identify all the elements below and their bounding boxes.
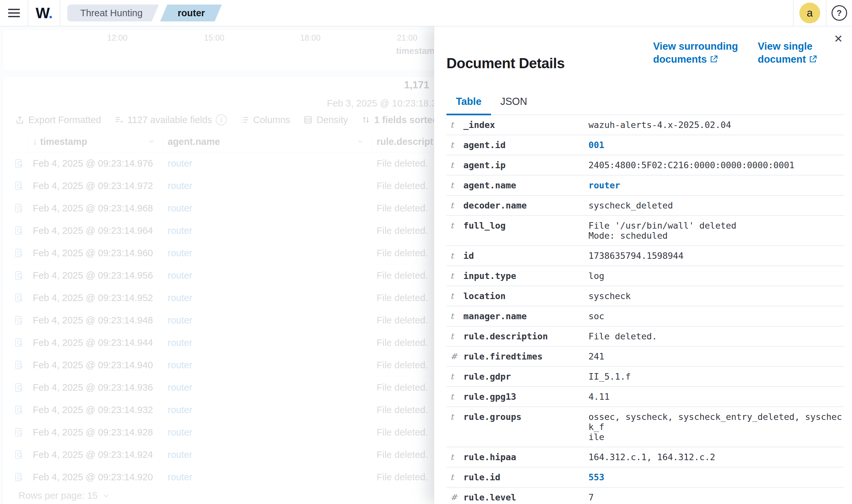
expand-document-icon[interactable] xyxy=(14,472,24,482)
row-rule-description: File deleted. xyxy=(372,219,437,241)
expand-document-icon[interactable] xyxy=(14,382,24,393)
agent-name-link[interactable]: router xyxy=(168,293,192,303)
expand-document-icon[interactable] xyxy=(14,158,24,168)
expand-document-icon[interactable] xyxy=(14,404,24,415)
axis-tick: 12:00 xyxy=(107,33,128,42)
field-value: File deleted. xyxy=(589,331,844,341)
agent-name-link[interactable]: router xyxy=(168,158,192,169)
view-single-document-link[interactable]: View single document xyxy=(758,40,836,66)
row-timestamp: Feb 4, 2025 @ 09:23:14.928 xyxy=(29,421,163,443)
density-button[interactable]: Density xyxy=(303,115,348,125)
table-row[interactable]: Feb 4, 2025 @ 09:23:14.948 router File d… xyxy=(9,309,437,331)
table-row[interactable]: Feb 4, 2025 @ 09:23:14.928 router File d… xyxy=(9,421,437,444)
table-row[interactable]: Feb 4, 2025 @ 09:23:14.972 router File d… xyxy=(9,175,437,197)
field-row: t rule.gpg13 4.11 xyxy=(447,387,844,407)
row-control-cell xyxy=(9,399,29,421)
row-timestamp: Feb 4, 2025 @ 09:23:14.924 xyxy=(29,444,163,466)
agent-name-link[interactable]: router xyxy=(168,337,192,348)
table-row[interactable]: Feb 4, 2025 @ 09:23:14.960 router File d… xyxy=(9,242,437,264)
agent-name-link[interactable]: router xyxy=(168,270,192,281)
help-button[interactable]: ? xyxy=(826,0,852,26)
breadcrumb-router[interactable]: router xyxy=(160,4,222,21)
expand-document-icon[interactable] xyxy=(14,248,24,258)
field-value[interactable]: 553 xyxy=(589,472,844,482)
table-row[interactable]: Feb 4, 2025 @ 09:23:14.964 router File d… xyxy=(9,219,437,242)
row-timestamp: Feb 4, 2025 @ 09:23:14.952 xyxy=(29,287,163,309)
table-row[interactable]: Feb 4, 2025 @ 09:23:14.944 router File d… xyxy=(9,331,437,354)
table-row[interactable]: Feb 4, 2025 @ 09:23:14.968 router File d… xyxy=(9,197,437,219)
field-value: syscheck xyxy=(589,291,844,301)
time-range: Feb 3, 2025 @ 10:23:18.380 - xyxy=(327,98,437,109)
agent-name-link[interactable]: router xyxy=(168,382,192,393)
field-row: t rule.groups ossec, syscheck, syscheck_… xyxy=(447,407,844,447)
expand-document-icon[interactable] xyxy=(14,203,24,213)
menu-button[interactable] xyxy=(0,0,28,26)
grid-header-row: ↓ timestamp agent.name rule.descript xyxy=(9,131,437,152)
field-name: agent.name xyxy=(463,180,589,190)
agent-name-link[interactable]: router xyxy=(168,449,192,460)
field-name: rule.groups xyxy=(463,412,589,422)
agent-name-link[interactable]: router xyxy=(168,181,192,191)
expand-document-icon[interactable] xyxy=(14,226,24,236)
available-fields-button[interactable]: 1127 available fields i xyxy=(114,114,227,125)
tab-table[interactable]: Table xyxy=(447,89,491,115)
agent-name-link[interactable]: router xyxy=(168,427,192,438)
row-rule-description: File deleted. xyxy=(372,197,437,219)
expand-document-icon[interactable] xyxy=(14,360,24,370)
app-logo[interactable]: W. xyxy=(28,0,60,26)
field-value: File '/usr/bin/wall' deleted Mode: sched… xyxy=(589,220,844,241)
row-rule-description: File deleted. xyxy=(372,175,437,197)
agent-name-link[interactable]: router xyxy=(168,472,192,483)
external-link-icon xyxy=(809,55,817,63)
rows-per-page-control[interactable]: Rows per page: 15 xyxy=(18,490,110,501)
expand-document-icon[interactable] xyxy=(14,293,24,303)
field-type-icon: # xyxy=(450,492,463,502)
row-agent-cell: router xyxy=(163,287,372,309)
header-timestamp[interactable]: ↓ timestamp xyxy=(29,131,163,152)
header-rule-description[interactable]: rule.descript xyxy=(372,131,437,152)
table-row[interactable]: Feb 4, 2025 @ 09:23:14.956 router File d… xyxy=(9,264,437,287)
expand-document-icon[interactable] xyxy=(14,427,24,437)
row-control-cell xyxy=(9,309,29,331)
tab-json[interactable]: JSON xyxy=(491,89,537,115)
field-value[interactable]: 001 xyxy=(589,140,844,150)
table-row[interactable]: Feb 4, 2025 @ 09:23:14.940 router File d… xyxy=(9,354,437,376)
expand-document-icon[interactable] xyxy=(14,449,24,460)
row-timestamp: Feb 4, 2025 @ 09:23:14.940 xyxy=(29,354,163,376)
table-row[interactable]: Feb 4, 2025 @ 09:23:14.932 router File d… xyxy=(9,399,437,421)
agent-name-link[interactable]: router xyxy=(168,315,192,326)
export-formatted-button[interactable]: Export Formatted xyxy=(15,115,101,125)
table-row[interactable]: Feb 4, 2025 @ 09:23:14.920 router File d… xyxy=(9,466,437,488)
table-row[interactable]: Feb 4, 2025 @ 09:23:14.924 router File d… xyxy=(9,444,437,466)
field-value[interactable]: router xyxy=(589,180,844,190)
expand-document-icon[interactable] xyxy=(14,337,24,348)
table-row[interactable]: Feb 4, 2025 @ 09:23:14.952 router File d… xyxy=(9,287,437,309)
columns-icon xyxy=(240,115,249,125)
row-rule-description: File deleted. xyxy=(372,242,437,264)
view-surrounding-documents-link[interactable]: View surrounding documents xyxy=(653,40,754,66)
field-row: t agent.name router xyxy=(447,175,844,196)
table-row[interactable]: Feb 4, 2025 @ 09:23:14.976 router File d… xyxy=(9,152,437,175)
chevron-down-icon[interactable] xyxy=(147,138,155,145)
header-agent-name[interactable]: agent.name xyxy=(163,131,372,152)
expand-document-icon[interactable] xyxy=(14,270,24,281)
user-menu[interactable]: a xyxy=(793,0,826,26)
agent-name-link[interactable]: router xyxy=(168,360,192,371)
field-name: decoder.name xyxy=(463,200,589,211)
chevron-down-icon[interactable] xyxy=(357,138,364,145)
row-control-cell xyxy=(9,287,29,309)
row-control-cell xyxy=(9,242,29,264)
row-control-cell xyxy=(9,175,29,197)
fields-sorted-button[interactable]: 1 fields sorted xyxy=(361,115,437,125)
expand-document-icon[interactable] xyxy=(14,315,24,325)
agent-name-link[interactable]: router xyxy=(168,248,192,258)
breadcrumb-threat-hunting[interactable]: Threat Hunting xyxy=(67,4,159,21)
columns-button[interactable]: Columns xyxy=(240,115,290,125)
info-icon[interactable]: i xyxy=(216,114,227,125)
agent-name-link[interactable]: router xyxy=(168,404,192,415)
expand-document-icon[interactable] xyxy=(14,181,24,191)
agent-name-link[interactable]: router xyxy=(168,226,192,236)
row-agent-cell: router xyxy=(163,242,372,264)
agent-name-link[interactable]: router xyxy=(168,203,192,214)
table-row[interactable]: Feb 4, 2025 @ 09:23:14.936 router File d… xyxy=(9,376,437,399)
